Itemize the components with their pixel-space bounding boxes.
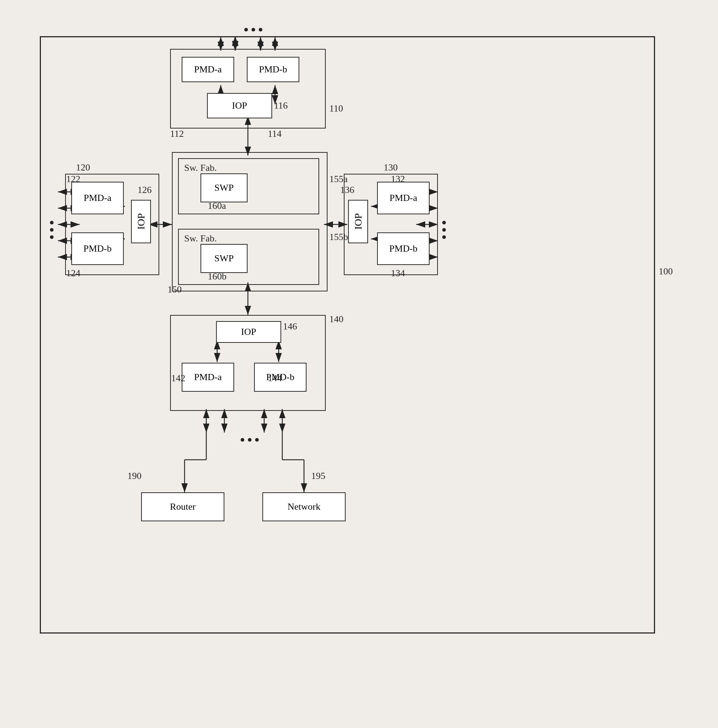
left-iop: IOP — [131, 200, 151, 243]
label-195: 195 — [311, 471, 325, 482]
label-160a: 160a — [208, 200, 226, 211]
label-130: 130 — [383, 162, 398, 173]
label-142: 142 — [171, 373, 185, 384]
bottom-pmd-a: PMD-a — [182, 363, 234, 392]
label-126: 126 — [137, 185, 152, 196]
right-module-box: IOP PMD-a PMD-b — [344, 174, 438, 275]
top-pmd-b: PMD-b — [247, 57, 299, 82]
label-132: 132 — [391, 174, 405, 185]
right-pmd-a: PMD-a — [377, 182, 429, 214]
label-110: 110 — [329, 103, 343, 114]
top-module-box: PMD-a PMD-b IOP 116 — [170, 49, 326, 128]
sw-fab-a-box: Sw. Fab. SWP 160a — [178, 158, 319, 214]
top-pmd-a: PMD-a — [182, 57, 234, 82]
label-122: 122 — [66, 174, 80, 185]
right-iop: IOP — [348, 200, 368, 243]
label-160b: 160b — [208, 271, 226, 282]
sw-fab-b-box: Sw. Fab. SWP 160b — [178, 229, 319, 285]
svg-point-44 — [252, 28, 255, 32]
label-140: 140 — [329, 314, 344, 325]
label-150: 150 — [168, 284, 182, 295]
sw-fab-b-label: Sw. Fab. — [184, 233, 217, 244]
label-114: 114 — [268, 128, 281, 139]
bottom-module-box: IOP 146 PMD-a PMD-b — [170, 315, 326, 411]
outer-box — [40, 36, 655, 633]
label-134: 134 — [391, 268, 405, 279]
label-144: 144 — [268, 373, 282, 384]
network-box: Network — [262, 492, 345, 521]
left-pmd-a: PMD-a — [71, 182, 124, 214]
label-136: 136 — [340, 185, 354, 196]
svg-point-43 — [244, 28, 248, 32]
router-box: Router — [141, 492, 225, 521]
label-190: 190 — [127, 471, 142, 482]
bottom-iop: IOP — [216, 321, 281, 343]
right-pmd-b: PMD-b — [377, 232, 429, 265]
top-iop: IOP — [207, 93, 272, 118]
label-146: 146 — [283, 321, 297, 332]
left-pmd-b: PMD-b — [71, 232, 124, 265]
diagram-container: 100 — [29, 14, 687, 710]
label-124: 124 — [66, 268, 80, 279]
label-116: 116 — [274, 100, 288, 111]
label-120: 120 — [76, 162, 90, 173]
sw-fab-a-label: Sw. Fab. — [184, 162, 217, 173]
swp-a: SWP — [200, 173, 247, 202]
swp-b: SWP — [200, 244, 247, 273]
switch-fabric-box: Sw. Fab. SWP 160a Sw. Fab. SWP 160b — [172, 152, 327, 291]
svg-point-45 — [259, 28, 262, 32]
label-112: 112 — [170, 128, 184, 139]
label-100: 100 — [658, 266, 673, 277]
